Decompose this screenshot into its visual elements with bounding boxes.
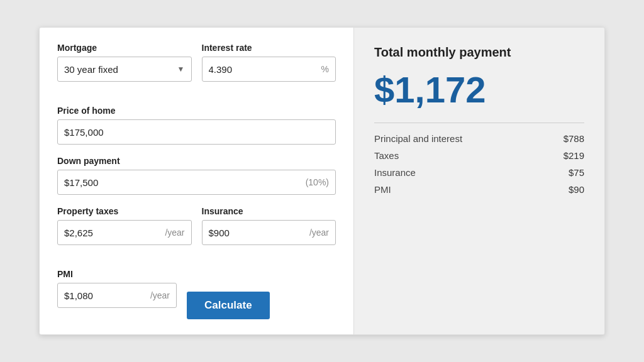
down-payment-field-group: Down payment (10%): [57, 156, 336, 195]
insurance-input-wrapper: /year: [202, 220, 336, 245]
breakdown-container: Principal and interest$788Taxes$219Insur…: [374, 133, 584, 195]
calculator-wrapper: Mortgage 30 year fixed 15 year fixed 5/1…: [39, 27, 605, 335]
pmi-input-wrapper: /year: [57, 283, 177, 308]
divider: [374, 123, 584, 123]
interest-rate-field-group: Interest rate %: [202, 43, 336, 82]
down-payment-percent: (10%): [306, 177, 329, 187]
price-of-home-label: Price of home: [57, 106, 336, 116]
breakdown-label: PMI: [374, 184, 391, 195]
breakdown-label: Insurance: [374, 167, 416, 178]
pmi-field-group: PMI /year: [57, 269, 177, 308]
insurance-label: Insurance: [202, 206, 336, 216]
breakdown-label: Taxes: [374, 150, 399, 161]
calculate-button[interactable]: Calculate: [187, 292, 270, 319]
breakdown-value: $90: [569, 184, 584, 195]
price-of-home-input[interactable]: [64, 127, 329, 138]
property-taxes-label: Property taxes: [57, 206, 192, 216]
breakdown-row: Insurance$75: [374, 167, 584, 178]
breakdown-value: $75: [569, 167, 584, 178]
mortgage-interest-row: Mortgage 30 year fixed 15 year fixed 5/1…: [57, 43, 336, 93]
mortgage-field-group: Mortgage 30 year fixed 15 year fixed 5/1…: [57, 43, 192, 82]
total-amount: $1,172: [374, 70, 584, 110]
breakdown-row: Taxes$219: [374, 150, 584, 161]
taxes-insurance-row: Property taxes /year Insurance /year: [57, 206, 336, 256]
property-taxes-suffix: /year: [165, 228, 184, 238]
down-payment-label: Down payment: [57, 156, 336, 166]
insurance-suffix: /year: [309, 228, 329, 238]
interest-rate-label: Interest rate: [202, 43, 336, 53]
percent-suffix: %: [321, 64, 329, 74]
breakdown-row: PMI$90: [374, 184, 584, 195]
insurance-input[interactable]: [209, 228, 306, 238]
breakdown-row: Principal and interest$788: [374, 133, 584, 144]
property-taxes-input[interactable]: [64, 228, 161, 238]
property-taxes-input-wrapper: /year: [57, 220, 192, 245]
property-taxes-field-group: Property taxes /year: [57, 206, 192, 245]
interest-rate-input-wrapper: %: [202, 57, 336, 82]
pmi-label: PMI: [57, 269, 177, 279]
price-of-home-input-wrapper: [57, 119, 336, 145]
breakdown-value: $788: [564, 133, 584, 144]
result-title: Total monthly payment: [374, 45, 584, 60]
down-payment-input[interactable]: [64, 177, 306, 188]
mortgage-select-wrapper[interactable]: 30 year fixed 15 year fixed 5/1 ARM ▼: [57, 57, 192, 82]
insurance-field-group: Insurance /year: [202, 206, 336, 245]
pmi-input[interactable]: [64, 290, 147, 301]
breakdown-label: Principal and interest: [374, 133, 462, 144]
right-panel: Total monthly payment $1,172 Principal a…: [354, 28, 604, 334]
interest-rate-input[interactable]: [209, 64, 321, 75]
price-of-home-field-group: Price of home: [57, 106, 336, 145]
mortgage-select[interactable]: 30 year fixed 15 year fixed 5/1 ARM: [64, 64, 185, 75]
down-payment-input-wrapper: (10%): [57, 170, 336, 195]
left-panel: Mortgage 30 year fixed 15 year fixed 5/1…: [40, 28, 354, 334]
pmi-suffix: /year: [150, 290, 170, 300]
pmi-calculate-row: PMI /year Calculate: [57, 269, 336, 319]
breakdown-value: $219: [564, 150, 584, 161]
mortgage-label: Mortgage: [57, 43, 192, 53]
